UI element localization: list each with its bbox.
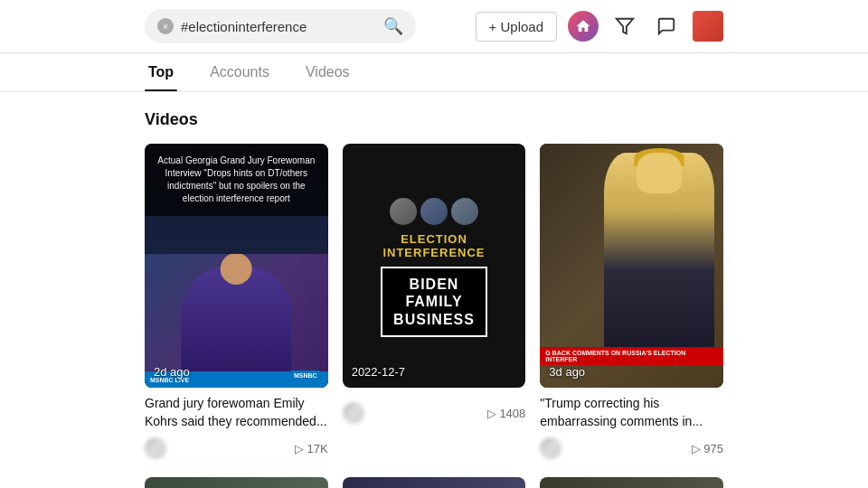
video-card-3[interactable]: G BACK COMMENTS ON RUSSIA'S ELECTION INT… [540,144,723,463]
face-2 [420,198,448,225]
bottom-thumb-3[interactable] [540,477,723,488]
trump-head [637,153,682,193]
top-actions: + Upload [476,11,723,42]
video-3-author-row: ▷ 975 [540,437,723,459]
home-icon-button[interactable] [568,11,599,42]
top-bar: × 🔍 + Upload [0,0,868,53]
filter-icon [615,16,635,36]
video-3-timestamp: 3d ago [549,365,585,379]
video-1-play-count: ▷ 17K [295,442,328,455]
home-icon [575,18,591,34]
video-thumbnail-1: Actual Georgia Grand Jury Forewoman Inte… [145,144,328,388]
video-1-timestamp: 2d ago [154,365,190,379]
user-avatar[interactable] [693,11,723,42]
video-2-author-avatar [343,402,364,424]
video-1-overlay-text: Actual Georgia Grand Jury Forewoman Inte… [145,144,328,216]
upload-button[interactable]: + Upload [476,12,557,42]
tab-top[interactable]: Top [145,53,177,91]
video-2-biden-box: BIDEN FAMILY BUSINESS [381,267,487,337]
video-1-author-row: ▷ 17K [145,437,328,459]
video-2-author-row: ▷ 1408 [343,402,526,424]
search-bar[interactable]: × 🔍 [145,9,416,43]
face-1 [390,198,417,225]
face-3 [451,198,478,225]
svg-marker-0 [617,19,633,34]
messages-icon-button[interactable] [651,11,682,42]
section-title: Videos [145,110,723,129]
video-2-play-count: ▷ 1408 [487,407,526,420]
video-card-2[interactable]: ELECTION INTERFERENCE BIDEN FAMILY BUSIN… [343,144,526,463]
video-3-meta: "Trump correcting his embarrassing comme… [540,388,723,463]
trump-bg: G BACK COMMENTS ON RUSSIA'S ELECTION INT… [540,144,723,388]
bottom-row-preview [145,477,723,488]
anchor-head [221,254,252,286]
biden-line3: BUSINESS [393,311,475,328]
video-card-1[interactable]: Actual Georgia Grand Jury Forewoman Inte… [145,144,328,463]
video-3-desc: "Trump correcting his embarrassing comme… [540,395,723,430]
tab-accounts[interactable]: Accounts [206,53,273,91]
messages-icon [656,16,676,36]
anchor-figure [182,267,292,388]
biden-line2: FAMILY [393,293,475,310]
video-2-faces [390,198,478,225]
msnbc-logo: MSNBC [290,371,321,380]
main-content: Videos Actual Georgia Grand Jury Forewom… [0,92,868,488]
bottom-thumb-2[interactable] [343,477,526,488]
video-2-meta: ▷ 1408 [343,388,526,427]
video-1-meta: Grand jury forewoman Emily Kohrs said th… [145,388,328,463]
video-3-play-count: ▷ 975 [692,442,723,455]
bottom-thumb-1[interactable] [145,477,328,488]
biden-line1: BIDEN [393,276,475,293]
search-input[interactable] [181,19,376,34]
tabs-bar: Top Accounts Videos [0,53,868,92]
video-thumbnail-3: G BACK COMMENTS ON RUSSIA'S ELECTION INT… [540,144,723,388]
tab-videos[interactable]: Videos [302,53,354,91]
videos-grid: Actual Georgia Grand Jury Forewoman Inte… [145,144,723,463]
video-2-election-text: ELECTION INTERFERENCE [352,232,517,259]
video-1-desc: Grand jury forewoman Emily Kohrs said th… [145,395,328,430]
search-icon[interactable]: 🔍 [383,16,403,36]
breaking-banner: G BACK COMMENTS ON RUSSIA'S ELECTION INT… [540,347,723,365]
video-thumbnail-2: ELECTION INTERFERENCE BIDEN FAMILY BUSIN… [343,144,526,388]
filter-icon-button[interactable] [609,11,640,42]
trump-figure [604,153,714,348]
video-1-author-avatar [145,437,166,459]
video-3-author-avatar [540,437,561,459]
video-2-timestamp: 2022-12-7 [352,365,405,379]
search-clear-button[interactable]: × [157,18,174,34]
